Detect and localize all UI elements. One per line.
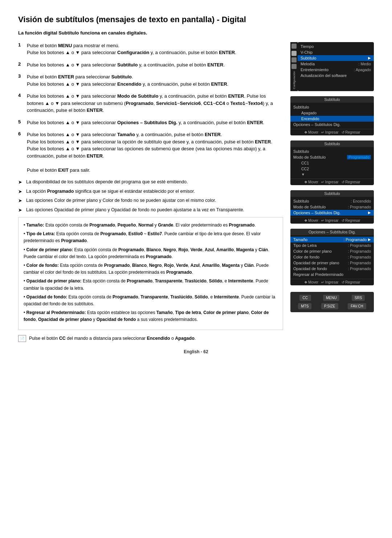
note-arrow-1: ➤ [18,179,23,186]
panel1-row-subtitulo: Subtítulo ▶ [298,55,374,61]
bullet-list: • Tamaño: Esta opción consta de Programa… [18,217,283,330]
panel2-row-modo: Apagado [290,110,374,116]
panel3-footer: ❖ Mover ↵ Ingresar ↺ Regresar [290,179,374,185]
panel3-row-opciones: CC1 [290,160,374,166]
bullet-6: • Opacidad de fondo: Esta opción consta … [24,294,278,307]
remote-btn-mts: MTS [298,303,311,309]
note-text-4: Las opciones Opacidad de primer plano y … [26,207,244,214]
remote-favch-area: FAV.CH [348,303,366,309]
step-2: 2 Pulse los botones ▲ o ▼ para seleccion… [18,61,283,69]
bullet-1: • Tamaño: Esta opción consta de Programa… [24,222,278,229]
step-num-6: 6 [18,131,23,174]
remote-cc-area: CC [299,295,311,301]
note-arrow-2: ➤ [18,188,23,195]
bullet-4: • Color de fondo: Esta opción consta de … [24,262,278,276]
panel3-row-modo-subtitulo: Modo de Subtítulo Programado [290,154,374,160]
bullet-5: • Opacidad de primer plano: Esta opción … [24,278,278,292]
left-column: 1 Pulse el botón MENU para mostrar el me… [18,42,283,342]
step-num-4: 4 [18,93,23,114]
panel4: Subtítulo Subtítulo : Encendido Modo de … [290,190,374,224]
step-1: 1 Pulse el botón MENU para mostrar el me… [18,42,283,56]
bullet-2: • Tipo de Letra: Esta opción consta de P… [24,231,278,244]
step-content-6: Pulse los botones ▲ o ▼ para seleccionar… [27,131,283,174]
panel5-row-opacidad-fondo: Opacidad de fondo : Programado [290,266,374,272]
panel5-title: Opciones – Subtítulos Dig. [290,229,374,235]
remote-btn-cc: CC [299,295,311,301]
step-content-5: Pulse los botones ▲ o ▼ para seleccionar… [27,119,283,126]
remote-btn-menu: MENU [323,295,339,301]
remote-menu-area: MENU [323,295,339,301]
panel5-row-color-primero: Color de primer plano : Programado [290,248,374,254]
panel3-row-more: ▼ [290,172,374,177]
panel1-wrapper: Configuración Tiempo V-Chip Subtítulo ▶ [290,42,374,91]
note-text-1: La disponibilidad de los subtítulos depe… [26,179,188,186]
step-num-2: 2 [18,61,23,69]
panel3: Subtítulo Subtítulo Modo de Subtítulo Pr… [290,140,374,185]
panel5-row-letra: Tipo de Letra : Programado [290,242,374,248]
remote-srs-area: SRS [352,295,365,301]
panel5-row-regresar: Regresar al Predeterminado [290,272,374,277]
right-column: Configuración Tiempo V-Chip Subtítulo ▶ [290,42,374,342]
note-4: ➤ Las opciones Opacidad de primer plano … [18,207,283,214]
step-num-5: 5 [18,119,23,126]
panel5-row-tamano: Tamaño : Programado ▶ [290,237,374,242]
remote-btn-psize: P.SIZE [321,303,338,309]
remote-psize-area: P.SIZE [321,303,338,309]
bullet-3: • Color de primer plano: Esta opción con… [24,246,278,260]
note-text-3: Las opciones Color de primer plano y Col… [26,197,216,204]
step-content-4: Pulse los botones ▲ o ▼ para seleccionar… [27,93,283,114]
panel5-footer: ❖ Mover ↵ Ingresar ↺ Regresar [290,279,374,285]
panel4-row-modo: Modo de Subtítulo : Programado [290,204,374,210]
note-icon: 📄 [18,335,26,342]
bottom-note-text: Pulse el botón CC del mando a distancia … [29,335,196,342]
step-3: 3 Pulse el botón ENTER para seleccionar … [18,73,283,87]
panel3-row-subtitulo: Subtítulo [290,148,374,154]
panel3-row-cc2: CC2 [290,166,374,172]
page-footer: English - 62 [18,349,374,354]
step-content-2: Pulse los botones ▲ o ▼ para seleccionar… [27,61,283,69]
remote-btn-favch: FAV.CH [348,303,366,309]
note-2: ➤ La opción Programado significa que se … [18,188,283,195]
panel2-row-opciones: Encendido [290,116,374,122]
panel5-row-color-fondo: Color de fondo : Programado [290,254,374,260]
step-num-3: 3 [18,73,23,87]
remote-mts-area: MTS [298,303,311,309]
note-1: ➤ La disponibilidad de los subtítulos de… [18,179,283,186]
panel4-footer: ❖ Mover ↵ Ingresar ↺ Regresar [290,217,374,224]
panel4-row-subtitulo: Subtítulo : Encendido [290,198,374,204]
panel2: Subtítulo Subtítulo Apagado Encendido Op… [290,96,374,135]
panel1-row-vchip: V-Chip [298,49,374,55]
step-4: 4 Pulse los botones ▲ o ▼ para seleccion… [18,93,283,114]
remote-btn-srs: SRS [352,295,365,301]
note-arrow-3: ➤ [18,197,23,204]
step-6: 6 Pulse los botones ▲ o ▼ para seleccion… [18,131,283,174]
panel4-title: Subtítulo [290,190,374,197]
panel5-row-opacidad-primero: Opacidad de primer plano : Programado [290,260,374,266]
remote-panel: CC MENU SRS MTS P.SIZE FAV.CH [290,292,374,312]
note-text-2: La opción Programado significa que se si… [26,188,195,195]
panel1-row-melodia: Melodía : Medio [298,61,374,67]
intro-text: La función digital Subtítulo funciona en… [18,30,374,36]
page-title: Visión de subtítulos (mensajes de texto … [18,15,374,25]
step-5: 5 Pulse los botones ▲ o ▼ para seleccion… [18,119,283,126]
step-content-3: Pulse el botón ENTER para seleccionar Su… [27,73,283,87]
step-num-1: 1 [18,42,23,56]
panel2-row-subtitulo: Subtítulo [290,104,374,110]
panel2-title: Subtítulo [290,96,374,103]
panel2-row-dig: Opciones – Subtítulos Dig. [290,122,374,127]
note-arrow-4: ➤ [18,207,23,214]
panel3-title: Subtítulo [290,140,374,147]
panel1-row-actualizacion: Actualización del software [298,73,374,78]
footer-text: English - 62 [184,349,208,354]
note-3: ➤ Las opciones Color de primer plano y C… [18,197,283,204]
step-content-1: Pulse el botón MENU para mostrar el menú… [27,42,283,56]
notes-section: ➤ La disponibilidad de los subtítulos de… [18,179,283,213]
bottom-note: 📄 Pulse el botón CC del mando a distanci… [18,335,283,342]
bullet-7: • Regresar al Predeterminado: Esta opció… [24,309,278,323]
panel1: Tiempo V-Chip Subtítulo ▶ Melodía : Medi… [298,42,374,91]
panel4-row-opciones: Opciones – Subtítulos Dig. ▶ [290,210,374,216]
panel2-footer: ❖ Mover ↵ Ingresar ↺ Regresar [290,129,374,135]
panel5: Opciones – Subtítulos Dig. Tamaño : Prog… [290,229,374,285]
panel1-row-entretenimiento: Entretenimiento : Apagado [298,67,374,73]
panel1-row-tiempo: Tiempo [298,44,374,49]
